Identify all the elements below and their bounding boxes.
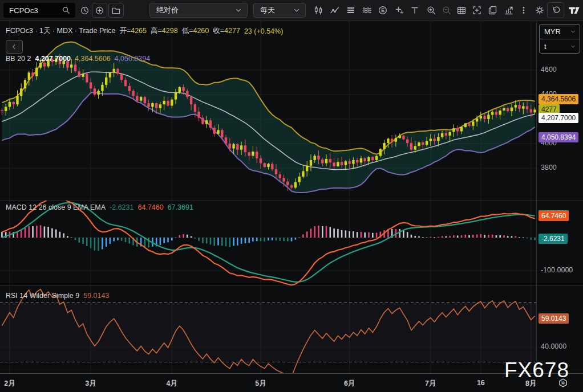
plus-circle-icon [95, 6, 104, 15]
symbol-title[interactable]: FCPOc3 · 1天 · MDX · Trade Price [6, 26, 115, 36]
bb-upper-value: 4,364.5606 [75, 55, 111, 63]
symbol-text: FCPOc3 [9, 6, 38, 15]
snapshot-button[interactable] [470, 3, 484, 18]
tradingview-logo[interactable] [566, 3, 581, 18]
time-axis[interactable]: 2月3月4月5月6月7月168月 [0, 373, 583, 392]
compare-add-button[interactable] [92, 3, 107, 18]
time-axis-label: 3月 [79, 379, 102, 389]
bb-lower-value: 4,050.8394 [115, 55, 151, 63]
bb-lower-price-badge: 4,050.8394 [539, 132, 578, 142]
macd-status-line[interactable]: MACD 12 26 close 9 EMA EMA -2.6231 64.74… [6, 203, 193, 211]
clock-icon [80, 6, 90, 15]
currency-label: MYR [544, 27, 561, 36]
folder-icon [111, 6, 121, 15]
patterns-button[interactable] [360, 3, 374, 18]
kebab-menu-icon [519, 5, 529, 15]
price-axis[interactable]: MYR t 46004400400038004,364.560642774,20… [537, 21, 583, 373]
add-alert-button[interactable] [392, 3, 406, 18]
bb-basis-price-badge: 4,207.7000 [539, 113, 578, 123]
price-mode-label: 绝对价 [156, 5, 179, 15]
circled-e-icon [378, 5, 388, 15]
zoom-out-button[interactable] [440, 3, 454, 18]
time-axis-label: 6月 [338, 379, 361, 389]
symbol-search-input[interactable]: FCPOc3 [3, 3, 75, 18]
open-layout-button[interactable] [108, 3, 124, 18]
crosshair-plus-icon [394, 5, 404, 15]
layers-icon [346, 5, 356, 15]
main-price-pane[interactable] [0, 21, 537, 201]
bb-status-line[interactable]: BB 20 2 4,207.7000 4,364.5606 4,050.8394 [6, 55, 150, 63]
frame-plus-icon [472, 5, 482, 15]
text-tool-button[interactable] [408, 3, 422, 18]
axis-unit-box: MYR t [539, 24, 580, 54]
bb-upper-price-badge: 4,364.5606 [539, 94, 578, 104]
macd-hist-value: -2.6231 [110, 203, 133, 211]
trading-terminal: FCPOc3 绝对价 每天 [0, 0, 583, 392]
chevron-down-icon [570, 28, 576, 35]
chevron-left-icon [10, 43, 18, 51]
bar-replay-button[interactable] [78, 3, 91, 18]
chart-settings-button[interactable] [533, 3, 546, 18]
currency-dropdown[interactable]: MYR [540, 24, 580, 39]
bb-basis-value: 4,207.7000 [35, 55, 71, 63]
macd-label: MACD 12 26 close 9 EMA EMA [6, 203, 106, 211]
publish-button[interactable] [486, 3, 500, 18]
bb-label: BB 20 2 [6, 55, 31, 63]
interval-label: 每天 [260, 5, 275, 15]
indicators-icon [330, 5, 340, 15]
tradingview-logo-icon [568, 4, 580, 17]
axis-tick: 4600 [541, 66, 557, 74]
high-value: 高=4298 [151, 26, 178, 36]
time-axis-label: 5月 [249, 379, 272, 389]
copy-page-icon [488, 5, 498, 15]
top-toolbar: FCPOc3 绝对价 每天 [0, 0, 583, 21]
zoom-in-icon [426, 5, 436, 15]
time-axis-label: 7月 [419, 379, 442, 389]
unit-label: t [544, 42, 546, 51]
zoom-out-icon [442, 5, 452, 15]
pane-separator[interactable] [0, 285, 583, 286]
export-chart-data-button[interactable] [502, 3, 516, 18]
low-value: 低=4260 [182, 26, 209, 36]
pane-separator[interactable] [0, 200, 583, 201]
rsi-value: 59.0143 [83, 292, 109, 300]
interval-dropdown[interactable]: 每天 [253, 3, 306, 18]
bar-chart-arrow-icon [504, 5, 514, 15]
macd-hist-badge: -2.6231 [539, 234, 568, 244]
price-mode-dropdown[interactable]: 绝对价 [149, 3, 248, 18]
chevron-down-icon [293, 6, 301, 14]
axis-tick: -100.0000 [541, 266, 573, 274]
gear-icon [535, 5, 545, 15]
macd-pane[interactable] [0, 201, 537, 286]
close-value: 收=4277 [213, 26, 240, 36]
chart-style-button[interactable] [311, 3, 325, 18]
open-value: 开=4265 [119, 26, 147, 36]
data-window-button[interactable] [455, 3, 468, 18]
events-button[interactable] [376, 3, 390, 18]
macd-line-value: 64.7460 [137, 203, 163, 211]
time-axis-label: 16 [469, 379, 492, 387]
rsi-status-line[interactable]: RSI 14 Wilder Simple 9 59.0143 [6, 292, 109, 300]
zoom-in-button[interactable] [424, 3, 438, 18]
indicators-button[interactable] [328, 3, 342, 18]
undo-button[interactable] [547, 2, 564, 18]
macd-line-badge: 64.7460 [539, 211, 569, 221]
hexagon-settings-icon [557, 377, 569, 389]
axis-settings-button[interactable] [557, 377, 569, 391]
axis-tick: 3800 [541, 164, 557, 172]
back-button[interactable] [6, 40, 23, 54]
undo-icon [550, 5, 561, 15]
chevron-down-icon [570, 43, 576, 50]
candlestick-icon [313, 5, 323, 15]
time-axis-label: 4月 [160, 379, 183, 389]
table-icon [456, 5, 467, 15]
indicator-templates-button[interactable] [344, 3, 358, 18]
more-options-button[interactable] [518, 3, 529, 18]
search-icon [62, 6, 71, 15]
chevron-down-icon [234, 6, 242, 14]
rsi-value-badge: 59.0143 [539, 313, 569, 324]
time-axis-label: 2月 [0, 379, 21, 389]
symbol-status-line: FCPOc3 · 1天 · MDX · Trade Price 开=4265 高… [6, 26, 283, 36]
axis-tick: 40.0000 [541, 342, 566, 350]
unit-dropdown[interactable]: t [540, 39, 580, 54]
